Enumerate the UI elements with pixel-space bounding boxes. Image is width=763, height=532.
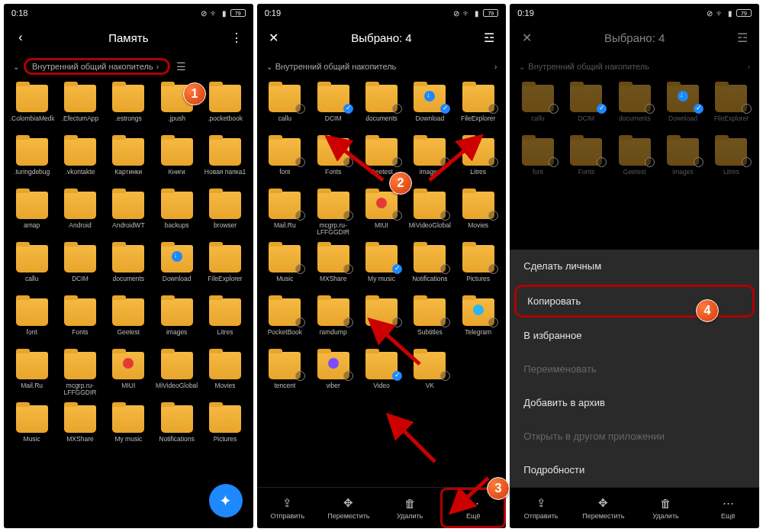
folder-item[interactable]: Fonts xyxy=(563,134,610,184)
folder-item[interactable]: MiVideoGlobal xyxy=(153,347,200,398)
folder-item[interactable]: Subtitles xyxy=(407,294,453,344)
folder-item[interactable]: Music xyxy=(8,401,55,451)
selection-checkbox[interactable] xyxy=(488,318,498,327)
breadcrumb-bar[interactable]: ⌄ Внутренний общий накопитель › xyxy=(510,53,759,80)
folder-grid[interactable]: calluDCIMdocumentsDownloadFileExplorerfo… xyxy=(257,80,507,487)
folder-item[interactable]: images xyxy=(153,294,200,344)
breadcrumb-bar[interactable]: ⌄ Внутренний общий накопитель › xyxy=(257,53,507,80)
folder-item[interactable]: callu xyxy=(262,80,308,131)
folder-item[interactable]: Telegram xyxy=(455,294,501,344)
menu-make-private[interactable]: Сделать личным xyxy=(510,250,759,283)
folder-item[interactable]: MXShare xyxy=(56,401,103,451)
selection-checkbox[interactable] xyxy=(645,104,655,114)
selection-checkbox[interactable] xyxy=(440,157,450,167)
move-button[interactable]: ✥Переместить xyxy=(318,488,379,528)
folder-item[interactable]: Fonts xyxy=(56,294,103,344)
folder-item[interactable]: Mail.Ru xyxy=(262,187,308,237)
folder-item[interactable]: amap xyxy=(8,187,55,237)
select-all-icon[interactable]: ☲ xyxy=(735,31,750,45)
view-toggle-icon[interactable]: ☰ xyxy=(176,60,186,73)
send-button[interactable]: ⇪Отправить xyxy=(510,488,572,528)
folder-item[interactable]: callu xyxy=(514,80,561,131)
folder-item[interactable]: PocketBook xyxy=(262,294,308,344)
folder-item[interactable]: MiVideoGlobal xyxy=(407,187,453,237)
move-button[interactable]: ✥Переместить xyxy=(572,488,635,528)
folder-item[interactable]: Movies xyxy=(201,347,248,398)
breadcrumb-text[interactable]: Внутренний общий накопитель xyxy=(275,62,491,71)
close-icon[interactable]: ✕ xyxy=(266,31,282,45)
menu-archive[interactable]: Добавить в архив xyxy=(510,386,759,420)
folder-item[interactable]: viber xyxy=(310,347,356,398)
selection-checkbox[interactable] xyxy=(295,211,305,221)
selection-checkbox[interactable] xyxy=(392,211,402,221)
folder-item[interactable]: DCIM xyxy=(56,240,103,291)
folder-item[interactable]: tencent xyxy=(262,347,308,398)
folder-item[interactable]: FileExplorer xyxy=(201,240,248,291)
breadcrumb-text[interactable]: Внутренний общий накопитель xyxy=(32,62,153,71)
selection-checkbox[interactable] xyxy=(295,371,305,381)
selection-checkbox[interactable] xyxy=(392,318,402,327)
selection-checkbox[interactable] xyxy=(295,157,305,167)
folder-item[interactable]: .EfectumApp xyxy=(56,80,103,131)
delete-button[interactable]: 🗑Удалить xyxy=(635,488,697,528)
folder-item[interactable]: ramdump xyxy=(310,294,356,344)
folder-item[interactable]: font xyxy=(514,134,561,184)
folder-item[interactable]: .turingdebug xyxy=(8,134,55,184)
selection-checkbox[interactable] xyxy=(343,211,353,221)
selection-checkbox[interactable] xyxy=(295,318,305,327)
menu-copy[interactable]: Копировать xyxy=(514,285,755,318)
folder-item[interactable]: Новая папка1 xyxy=(201,134,248,184)
breadcrumb-text[interactable]: Внутренний общий накопитель xyxy=(528,62,744,71)
close-icon[interactable]: ✕ xyxy=(519,31,534,45)
folder-item[interactable]: Spdc xyxy=(358,294,404,344)
folder-item[interactable]: mcgrp.ru-LFFGGDIR xyxy=(310,187,356,237)
folder-item[interactable]: documents xyxy=(105,240,152,291)
clean-fab[interactable]: ✦ xyxy=(209,484,243,517)
selection-checkbox[interactable] xyxy=(440,371,450,381)
folder-item[interactable]: mcgrp.ru-LFFGGDIR xyxy=(56,347,103,398)
folder-item[interactable]: My music xyxy=(105,401,152,451)
folder-item[interactable]: FileExplorer xyxy=(455,80,501,131)
selection-checkbox[interactable] xyxy=(742,104,752,114)
selection-checkbox[interactable] xyxy=(597,157,607,167)
folder-item[interactable]: DCIM xyxy=(310,80,356,131)
selection-checkbox[interactable] xyxy=(343,318,353,327)
menu-icon[interactable]: ⋮ xyxy=(229,31,244,45)
selection-checkbox[interactable] xyxy=(343,264,353,274)
selection-checkbox[interactable] xyxy=(392,371,402,381)
selection-checkbox[interactable] xyxy=(742,157,752,167)
selection-checkbox[interactable] xyxy=(645,157,655,167)
selection-checkbox[interactable] xyxy=(440,104,450,114)
folder-item[interactable]: Notifications xyxy=(407,240,453,291)
selection-checkbox[interactable] xyxy=(694,104,703,114)
selection-checkbox[interactable] xyxy=(440,211,450,221)
selection-checkbox[interactable] xyxy=(295,104,305,114)
folder-item[interactable]: images xyxy=(659,134,706,184)
selection-checkbox[interactable] xyxy=(440,264,450,274)
back-icon[interactable]: ‹ xyxy=(13,31,28,44)
selection-checkbox[interactable] xyxy=(392,264,402,274)
send-button[interactable]: ⇪Отправить xyxy=(257,488,318,528)
folder-item[interactable]: .estrongs xyxy=(105,80,152,131)
selection-checkbox[interactable] xyxy=(295,264,305,274)
folder-item[interactable]: font xyxy=(262,134,308,184)
folder-item[interactable]: Картинки xyxy=(105,134,152,184)
folder-item[interactable]: FileExplorer xyxy=(708,80,755,131)
selection-checkbox[interactable] xyxy=(488,104,498,114)
folder-item[interactable]: MXShare xyxy=(310,240,356,291)
folder-item[interactable]: DCIM xyxy=(563,80,610,131)
folder-item[interactable]: Music xyxy=(262,240,308,291)
selection-checkbox[interactable] xyxy=(343,104,353,114)
folder-grid[interactable]: .ColombiaMedia.EfectumApp.estrongs.jpush… xyxy=(4,80,253,528)
selection-checkbox[interactable] xyxy=(488,157,498,167)
folder-item[interactable]: documents xyxy=(358,80,404,131)
folder-item[interactable]: images xyxy=(407,134,453,184)
folder-item[interactable]: .pocketbook xyxy=(201,80,248,131)
folder-item[interactable]: Notifications xyxy=(153,401,200,451)
selection-checkbox[interactable] xyxy=(549,157,559,167)
menu-favorite[interactable]: В избранное xyxy=(510,319,759,353)
folder-item[interactable]: documents xyxy=(611,80,658,131)
folder-item[interactable]: Mail.Ru xyxy=(8,347,55,398)
folder-item[interactable]: Android xyxy=(56,187,103,237)
folder-item[interactable]: Litres xyxy=(201,294,248,344)
